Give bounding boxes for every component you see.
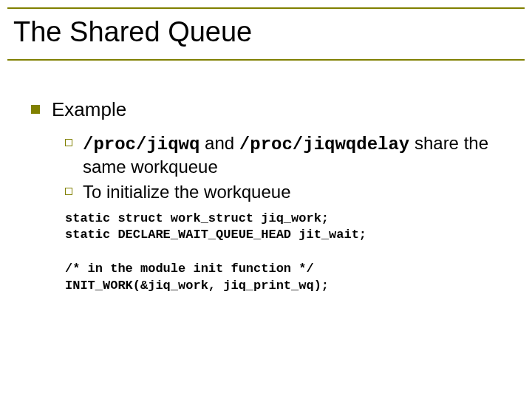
slide-title: The Shared Queue bbox=[13, 16, 252, 48]
square-outline-icon bbox=[65, 188, 72, 195]
code-line: static struct work_struct jiq_work; bbox=[65, 211, 329, 225]
sub-bullets: /proc/jiqwq and /proc/jiqwqdelay share t… bbox=[65, 132, 510, 203]
bullet-level2: /proc/jiqwq and /proc/jiqwqdelay share t… bbox=[65, 132, 510, 178]
bullet-level2: To initialize the workqueue bbox=[65, 181, 510, 203]
square-outline-icon bbox=[65, 139, 72, 146]
code-line: static DECLARE_WAIT_QUEUE_HEAD jit_wait; bbox=[65, 228, 366, 242]
divider-under-title bbox=[7, 59, 525, 61]
bullet-level2-text: To initialize the workqueue bbox=[83, 181, 510, 203]
bullet-level2-text: /proc/jiqwq and /proc/jiqwqdelay share t… bbox=[83, 132, 510, 178]
divider-top bbox=[7, 7, 525, 9]
code-line: /* in the module init function */ bbox=[65, 262, 314, 276]
slide-body: Example /proc/jiqwq and /proc/jiqwqdelay… bbox=[31, 98, 510, 295]
square-filled-icon bbox=[31, 105, 40, 114]
bullet-level1-text: Example bbox=[52, 98, 126, 122]
inline-code: /proc/jiqwqdelay bbox=[239, 134, 409, 154]
slide: The Shared Queue Example /proc/jiqwq and… bbox=[0, 0, 532, 399]
code-block: static struct work_struct jiq_work; stat… bbox=[65, 211, 510, 296]
inline-code: /proc/jiqwq bbox=[83, 134, 200, 154]
code-line: INIT_WORK(&jiq_work, jiq_print_wq); bbox=[65, 279, 329, 293]
inline-text: and bbox=[200, 133, 239, 153]
bullet-level1: Example bbox=[31, 98, 510, 122]
